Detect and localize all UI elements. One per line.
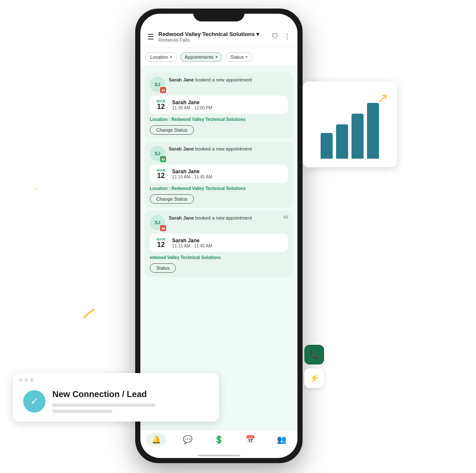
change-status-button[interactable]: Change Status bbox=[150, 125, 194, 135]
filter-status[interactable]: Status ▾ bbox=[226, 52, 252, 62]
notification-item: SJ 📅 Sarah Jane booked a new appointment bbox=[145, 142, 293, 208]
lead-bar-short bbox=[52, 410, 112, 413]
avatar-badge: 📅 bbox=[160, 87, 166, 93]
appointment-card: MAR 12 Sarah Jane 11:30 AM - 12:00 PM bbox=[150, 96, 288, 114]
location-name: edwood Valley Technical Solutions bbox=[150, 255, 221, 260]
avatar: SJ 📅 bbox=[150, 146, 165, 161]
home-indicator bbox=[197, 455, 240, 456]
lightning-icon: ⚡ bbox=[309, 374, 319, 383]
location-name: Redwood Valley Technical Solutions bbox=[172, 186, 246, 191]
calendar-icon: 📅 bbox=[161, 157, 165, 161]
filter-bar: Location ▾ Appointments ▾ Status ▾ bbox=[140, 48, 297, 66]
lead-title: New Connection / Lead bbox=[52, 389, 209, 399]
location-label: Location : bbox=[150, 117, 172, 122]
lead-check-circle: ✓ bbox=[23, 390, 45, 413]
notif-location: Location : Redwood Valley Technical Solu… bbox=[150, 186, 288, 191]
notif-location: Location : Redwood Valley Technical Solu… bbox=[150, 117, 288, 122]
chevron-down-icon: ▾ bbox=[170, 55, 172, 59]
chevron-down-icon[interactable]: ▾ bbox=[256, 31, 259, 37]
filter-icon[interactable]: ⛉ bbox=[272, 33, 279, 41]
appt-day: 12 bbox=[157, 103, 165, 110]
appt-time: 11:15 AM - 11:45 AM bbox=[172, 244, 284, 248]
bell-icon: 🔔 bbox=[152, 435, 161, 444]
chart-bar-4 bbox=[367, 103, 379, 159]
filter-location-label: Location bbox=[150, 54, 168, 60]
notif-text: Sarah Jane booked a new appointment bbox=[169, 146, 285, 152]
notif-time: 4d bbox=[283, 215, 288, 220]
check-icon: ✓ bbox=[30, 396, 38, 407]
location-name: Redwood Valley Technical Solutions bbox=[172, 117, 246, 122]
appointment-card: MAR 12 Sarah Jane 11:15 AM - 11:45 AM bbox=[150, 234, 288, 252]
business-name: Redwood Valley Technical Solutions ▾ bbox=[158, 31, 272, 37]
appt-date-block: MAR 12 bbox=[154, 99, 168, 110]
avatar: SJ 📅 bbox=[150, 215, 165, 230]
nav-calendar[interactable]: 📅 bbox=[240, 433, 260, 446]
lead-popup: ✓ New Connection / Lead bbox=[13, 373, 219, 422]
phone-call-icon: 📞 bbox=[309, 350, 319, 359]
appt-date-block: MAR 12 bbox=[154, 168, 168, 179]
chevron-down-icon: ▾ bbox=[215, 55, 218, 59]
notif-user: Sarah Jane bbox=[169, 77, 194, 82]
chart-popup: ↗ bbox=[303, 81, 397, 167]
calendar-icon: 📅 bbox=[161, 226, 165, 230]
appt-day: 12 bbox=[157, 172, 165, 179]
browser-dot-3 bbox=[30, 378, 33, 382]
appt-info: Sarah Jane 11:30 AM - 12:00 PM bbox=[172, 99, 284, 110]
notif-header-row: SJ 📅 Sarah Jane booked a new appointment bbox=[150, 77, 288, 92]
notif-text: Sarah Jane booked a new appointment bbox=[169, 77, 285, 83]
notif-header-row: SJ 📅 Sarah Jane booked a new appointment… bbox=[150, 215, 288, 230]
header-icons: ⛉ ⋮ bbox=[272, 33, 291, 41]
float-lightning-button[interactable]: ⚡ bbox=[304, 368, 324, 388]
dollar-icon: 💲 bbox=[214, 435, 224, 444]
calendar-icon: 📅 bbox=[161, 88, 165, 92]
appt-time: 11:30 AM - 12:00 PM bbox=[172, 105, 284, 110]
appt-info: Sarah Jane 11:15 AM - 11:45 AM bbox=[172, 169, 284, 179]
menu-icon[interactable]: ☰ bbox=[147, 32, 154, 42]
header-location: Redwood Falls bbox=[158, 37, 272, 42]
appt-name: Sarah Jane bbox=[172, 169, 284, 175]
float-phone-button[interactable]: 📞 bbox=[304, 345, 324, 365]
chevron-down-icon: ▾ bbox=[246, 55, 248, 59]
notification-item: SJ 📅 Sarah Jane booked a new appointment… bbox=[145, 211, 293, 277]
avatar-badge: 📅 bbox=[160, 156, 166, 162]
notif-location: edwood Valley Technical Solutions bbox=[150, 255, 288, 260]
chart-bar-2 bbox=[336, 124, 348, 159]
lead-bar-long bbox=[52, 404, 155, 407]
contacts-icon: 👥 bbox=[277, 435, 286, 444]
filter-appointments-label: Appointments bbox=[185, 54, 214, 60]
chat-icon: 💬 bbox=[183, 435, 192, 444]
nav-notifications[interactable]: 🔔 bbox=[146, 433, 166, 446]
change-status-button[interactable]: Status bbox=[150, 263, 176, 273]
chart-bar-1 bbox=[321, 133, 333, 159]
appt-date-block: MAR 12 bbox=[154, 237, 168, 248]
appt-name: Sarah Jane bbox=[172, 99, 284, 105]
avatar-initials: SJ bbox=[155, 220, 160, 225]
browser-dot-1 bbox=[19, 378, 22, 382]
notif-text: Sarah Jane booked a new appointment bbox=[169, 215, 280, 221]
avatar-badge: 📅 bbox=[160, 225, 166, 231]
browser-dot-2 bbox=[24, 378, 28, 382]
filter-location[interactable]: Location ▾ bbox=[146, 52, 177, 62]
notif-action: booked a new appointment bbox=[195, 215, 252, 220]
avatar-initials: SJ bbox=[155, 82, 160, 87]
appt-time: 11:15 AM - 11:45 AM bbox=[172, 175, 284, 179]
nav-payments[interactable]: 💲 bbox=[209, 433, 229, 446]
notification-item: SJ 📅 Sarah Jane booked a new appointment bbox=[145, 72, 293, 139]
chart-bar-3 bbox=[352, 114, 364, 159]
filter-appointments[interactable]: Appointments ▾ bbox=[180, 52, 222, 62]
nav-messages[interactable]: 💬 bbox=[178, 433, 197, 446]
business-name-text: Redwood Valley Technical Solutions bbox=[158, 31, 255, 37]
notif-user: Sarah Jane bbox=[169, 215, 194, 220]
nav-contacts[interactable]: 👥 bbox=[272, 433, 291, 446]
notif-action: booked a new appointment bbox=[195, 146, 252, 151]
location-label: Location : bbox=[150, 186, 172, 191]
avatar: SJ 📅 bbox=[150, 77, 165, 92]
phone-notch bbox=[193, 9, 245, 21]
appt-name: Sarah Jane bbox=[172, 238, 284, 244]
calendar-icon: 📅 bbox=[246, 435, 255, 444]
more-options-icon[interactable]: ⋮ bbox=[284, 33, 291, 41]
change-status-button[interactable]: Change Status bbox=[150, 194, 194, 204]
bottom-nav: 🔔 💬 💲 📅 👥 bbox=[140, 429, 297, 452]
appt-day: 12 bbox=[157, 241, 165, 248]
notif-action: booked a new appointment bbox=[195, 77, 252, 82]
